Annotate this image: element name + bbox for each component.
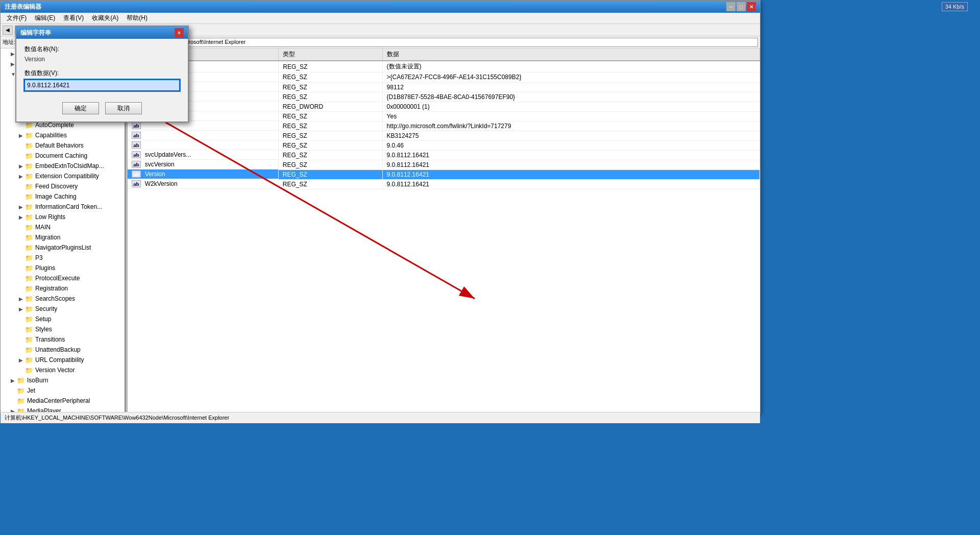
dialog-close-button[interactable]: × (175, 28, 184, 37)
tree-item-registration[interactable]: 📁 Registration (1, 283, 125, 294)
folder-icon: 📁 (25, 162, 34, 170)
cell-name: ab (128, 131, 279, 140)
tree-item-feeddiscovery[interactable]: 📁 Feed Discovery (1, 181, 125, 191)
dialog-data-input[interactable] (24, 80, 180, 91)
table-row[interactable]: abVersionREG_SZ9.0.8112.16421 (128, 169, 760, 179)
tree-item-extensioncompat[interactable]: ▶ 📁 Extension Compatibility (1, 171, 125, 181)
cell-type: REG_SZ (279, 82, 382, 92)
folder-icon: 📁 (25, 336, 34, 344)
folder-icon: 📁 (25, 285, 34, 293)
cell-name: ab (128, 140, 279, 150)
table-row[interactable]: abW2kVersionREG_SZ9.0.8112.16421 (128, 179, 760, 189)
tree-item-plugins[interactable]: 📁 Plugins (1, 263, 125, 273)
table-row[interactable]: (数值未设置)REG_SZ(数值未设置) (128, 61, 760, 72)
dialog-cancel-button[interactable]: 取消 (105, 102, 142, 114)
folder-icon: 📁 (25, 224, 34, 231)
tree-label: Image Caching (35, 193, 77, 200)
tree-item-infocard[interactable]: ▶ 📁 InformationCard Token... (1, 202, 125, 212)
cell-data: {D1B878E7-5528-4BAE-8CA0-41567697EF90} (382, 92, 760, 102)
tree-item-searchscopes[interactable]: ▶ 📁 SearchScopes (1, 294, 125, 304)
tree-label: Plugins (35, 264, 55, 272)
back-button[interactable]: ◀ (3, 26, 13, 35)
cell-type: REG_SZ (279, 61, 382, 72)
cell-type: REG_SZ (279, 160, 382, 169)
dialog-buttons: 确定 取消 (16, 97, 188, 121)
menubar: 文件(F) 编辑(E) 查看(V) 收藏夹(A) 帮助(H) (1, 13, 760, 24)
tree-item-mediaplayer[interactable]: ▶ 📁 MediaPlayer (1, 406, 125, 412)
tree-label: NavigatorPluginsList (35, 244, 91, 251)
dialog-ok-button[interactable]: 确定 (62, 102, 99, 114)
dialog-titlebar: 编辑字符串 × (16, 27, 188, 39)
folder-icon: 📁 (17, 407, 26, 412)
table-row[interactable]: abREG_SZ>{CA67E2A7-FCC8-496F-AE14-31C155… (128, 72, 760, 83)
cell-data: 9.0.46 (382, 140, 760, 150)
table-row[interactable]: abREG_SZhttp://go.microsoft.com/fwlink/?… (128, 121, 760, 131)
tree-label: AutoComplete (35, 121, 74, 129)
table-row[interactable]: abREG_SZKB3124275 (128, 131, 760, 140)
tree-item-navplugins[interactable]: 📁 NavigatorPluginsList (1, 242, 125, 253)
col-type[interactable]: 类型 (279, 48, 382, 61)
tree-label: Security (35, 305, 57, 312)
tree-label: MediaPlayer (27, 407, 61, 412)
tree-item-isoburn[interactable]: ▶ 📁 IsoBurn (1, 375, 125, 385)
menu-view[interactable]: 查看(V) (59, 13, 88, 23)
tree-item-imagecaching[interactable]: 📁 Image Caching (1, 191, 125, 202)
tree-item-urlcompat[interactable]: ▶ 📁 URL Compatibility (1, 355, 125, 365)
tree-item-security[interactable]: ▶ 📁 Security (1, 304, 125, 314)
tree-label: P3 (35, 254, 43, 261)
table-row[interactable]: abREG_DWORD0x00000001 (1) (128, 102, 760, 111)
maximize-button[interactable]: □ (737, 2, 746, 11)
content-panel[interactable]: 名称 类型 数据 (数值未设置)REG_SZ(数值未设置)abREG_SZ>{C… (128, 48, 760, 412)
dialog-title: 编辑字符串 (20, 29, 51, 37)
tree-label: InformationCard Token... (35, 203, 102, 210)
folder-icon: 📁 (25, 315, 34, 323)
table-row[interactable]: absvcVersionREG_SZ9.0.8112.16421 (128, 160, 760, 169)
tree-label: URL Compatibility (35, 356, 84, 363)
tree-item-embedextn[interactable]: ▶ 📁 EmbedExtnToClsidMap... (1, 161, 125, 171)
tree-item-migration[interactable]: 📁 Migration (1, 232, 125, 242)
menu-favorites[interactable]: 收藏夹(A) (88, 13, 122, 23)
tree-item-defaultbehaviors[interactable]: 📁 Default Behaviors (1, 140, 125, 151)
folder-icon: 📁 (25, 244, 34, 252)
menu-file[interactable]: 文件(F) (3, 13, 31, 23)
tree-item-p3[interactable]: 📁 P3 (1, 253, 125, 263)
cell-type: REG_SZ (279, 121, 382, 131)
cell-type: REG_DWORD (279, 102, 382, 111)
cell-data: >{CA67E2A7-FCC8-496F-AE14-31C155C089B2} (382, 72, 760, 83)
tree-item-styles[interactable]: 📁 Styles (1, 324, 125, 334)
tree-item-capabilities[interactable]: ▶ 📁 Capabilities (1, 130, 125, 140)
tree-item-setup[interactable]: 📁 Setup (1, 314, 125, 324)
folder-icon: 📁 (25, 264, 34, 272)
col-data[interactable]: 数据 (382, 48, 760, 61)
folder-icon: 📁 (25, 254, 34, 262)
tree-item-unattendbackup[interactable]: 📁 UnattendBackup (1, 345, 125, 355)
table-row[interactable]: absvcUpdateVers...REG_SZ9.0.8112.16421 (128, 150, 760, 160)
table-row[interactable]: abREG_SZ{D1B878E7-5528-4BAE-8CA0-4156769… (128, 92, 760, 102)
tree-item-protocolexecute[interactable]: 📁 ProtocolExecute (1, 273, 125, 283)
folder-icon: 📁 (25, 234, 34, 241)
folder-icon: 📁 (17, 377, 26, 384)
menu-edit[interactable]: 编辑(E) (31, 13, 59, 23)
tree-label: SearchScopes (35, 295, 75, 302)
tree-item-main[interactable]: 📁 MAIN (1, 222, 125, 232)
folder-icon: 📁 (25, 203, 34, 211)
tree-label: Registration (35, 285, 68, 292)
tree-label: ProtocolExecute (35, 275, 80, 282)
tree-item-jet[interactable]: 📁 Jet (1, 385, 125, 396)
tree-item-lowrights[interactable]: ▶ 📁 Low Rights (1, 212, 125, 222)
table-row[interactable]: abREG_SZ9.0.46 (128, 140, 760, 150)
dialog-name-value: Version (24, 56, 180, 63)
close-button[interactable]: ✕ (747, 2, 756, 11)
dialog-window: 编辑字符串 × 数值名称(N): Version 数值数据(V): 确定 取消 (15, 26, 189, 123)
folder-icon: 📁 (25, 275, 34, 282)
tree-item-documentcaching[interactable]: 📁 Document Caching (1, 151, 125, 161)
tree-item-mediacenterperipheral[interactable]: 📁 MediaCenterPeripheral (1, 396, 125, 406)
tree-item-versionvector[interactable]: 📁 Version Vector (1, 365, 125, 375)
folder-icon: 📁 (25, 193, 34, 201)
table-row[interactable]: abREG_SZ98112 (128, 82, 760, 92)
table-row[interactable]: abREG_SZYes (128, 111, 760, 121)
minimize-button[interactable]: ─ (726, 2, 736, 11)
menu-help[interactable]: 帮助(H) (122, 13, 152, 23)
tree-item-transitions[interactable]: 📁 Transitions (1, 334, 125, 345)
cell-data: 0x00000001 (1) (382, 102, 760, 111)
